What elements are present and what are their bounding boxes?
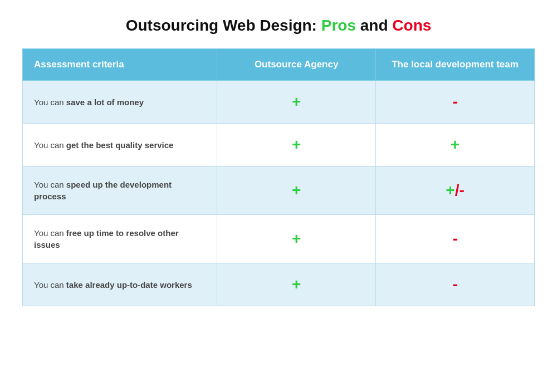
local-symbol: -	[452, 93, 457, 110]
page-title: Outsourcing Web Design: Pros and Cons	[126, 17, 432, 35]
agency-symbol: +	[292, 182, 301, 199]
criteria-text: You can take already up-to-date workers	[34, 280, 192, 290]
table-row: You can speed up the development process…	[23, 166, 535, 215]
agency-cell: +	[217, 124, 376, 166]
local-cell: -	[376, 263, 535, 306]
table-row: You can save a lot of money+-	[23, 81, 535, 124]
comparison-table: Assessment criteria Outsource Agency The…	[22, 48, 535, 306]
table-row: You can free up time to resolve other is…	[23, 215, 535, 263]
table-row: You can take already up-to-date workers+…	[23, 263, 535, 306]
criteria-text: You can save a lot of money	[34, 97, 144, 107]
criteria-text: You can get the best quality service	[34, 140, 173, 150]
criteria-cell: You can take already up-to-date workers	[23, 263, 217, 306]
criteria-cell: You can get the best quality service	[23, 124, 217, 166]
local-cell: +/-	[376, 166, 535, 215]
agency-symbol: +	[292, 230, 301, 247]
criteria-cell: You can free up time to resolve other is…	[23, 215, 217, 263]
agency-symbol: +	[292, 276, 301, 293]
agency-symbol: +	[292, 93, 301, 110]
agency-cell: +	[217, 81, 376, 124]
local-symbol: -	[452, 276, 457, 293]
header-criteria: Assessment criteria	[23, 49, 217, 81]
criteria-text: You can speed up the development process	[34, 180, 172, 201]
title-cons: Cons	[392, 17, 431, 34]
agency-cell: +	[217, 215, 376, 263]
local-symbol: -	[452, 230, 457, 247]
table-header-row: Assessment criteria Outsource Agency The…	[23, 49, 535, 81]
local-cell: +	[376, 124, 535, 166]
criteria-cell: You can save a lot of money	[23, 81, 217, 124]
criteria-text: You can free up time to resolve other is…	[34, 228, 179, 249]
header-agency: Outsource Agency	[217, 49, 376, 81]
table-row: You can get the best quality service++	[23, 124, 535, 166]
local-cell: -	[376, 81, 535, 124]
agency-cell: +	[217, 263, 376, 306]
agency-symbol: +	[292, 136, 301, 153]
title-prefix: Outsourcing Web Design:	[126, 17, 321, 34]
title-pros: Pros	[321, 17, 356, 34]
title-middle: and	[356, 17, 392, 34]
header-local: The local development team	[376, 49, 535, 81]
local-symbol: +	[451, 136, 460, 153]
local-cell: -	[376, 215, 535, 263]
criteria-cell: You can speed up the development process	[23, 166, 217, 215]
agency-cell: +	[217, 166, 376, 215]
local-symbol: +/-	[446, 182, 464, 199]
